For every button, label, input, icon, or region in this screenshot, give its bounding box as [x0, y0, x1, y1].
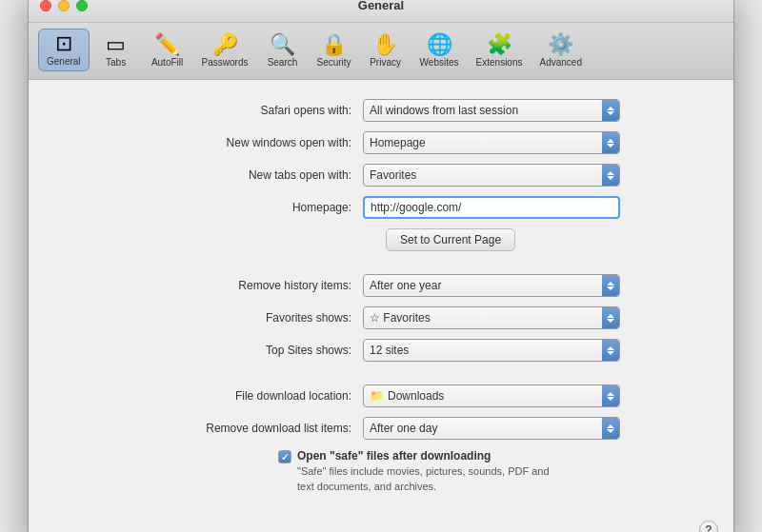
set-to-current-page-button[interactable]: Set to Current Page — [386, 228, 515, 251]
toolbar-item-search[interactable]: 🔍 Search — [257, 30, 307, 71]
advanced-icon: ⚙️ — [548, 34, 573, 55]
set-page-label: Set to Current Page — [400, 233, 501, 246]
toolbar-item-autofill[interactable]: ✏️ AutoFill — [143, 30, 192, 71]
passwords-icon: 🔑 — [212, 34, 238, 55]
safari-opens-row: Safari opens with: All windows from last… — [57, 99, 705, 122]
open-safe-files-title: Open "safe" files after downloading — [297, 449, 564, 463]
maximize-button[interactable] — [76, 0, 88, 11]
titlebar: General — [29, 0, 733, 23]
toolbar-item-websites[interactable]: 🌐 Websites — [412, 30, 467, 71]
file-download-arrow — [602, 385, 619, 406]
toolbar-label-general: General — [47, 56, 81, 67]
autofill-icon: ✏️ — [154, 34, 180, 55]
homepage-label: Homepage: — [142, 201, 351, 214]
top-sites-select[interactable]: 12 sites — [363, 339, 620, 362]
favorites-shows-arrow — [602, 307, 619, 328]
toolbar-label-passwords: Passwords — [202, 57, 249, 68]
remove-history-select[interactable]: After one year — [363, 274, 620, 297]
top-sites-arrow — [602, 340, 619, 361]
toolbar-item-general[interactable]: ⊡ General — [38, 29, 90, 71]
minimize-button[interactable] — [58, 0, 70, 11]
file-download-row: File download location: 📁Downloads — [57, 384, 705, 407]
toolbar-label-extensions: Extensions — [476, 57, 523, 68]
favorites-shows-select[interactable]: ☆ Favorites — [363, 306, 620, 329]
remove-download-value: After one day — [370, 422, 613, 435]
toolbar-item-tabs[interactable]: ▭ Tabs — [91, 30, 141, 71]
remove-download-label: Remove download list items: — [142, 422, 351, 435]
remove-download-arrow — [602, 418, 619, 439]
websites-icon: 🌐 — [427, 34, 452, 55]
main-window: General ⊡ General ▭ Tabs ✏️ AutoFill 🔑 P… — [29, 0, 733, 532]
new-windows-value: Homepage — [370, 136, 613, 149]
safari-opens-arrow — [602, 100, 619, 121]
open-safe-files-wrap: Open "safe" files after downloading "Saf… — [278, 449, 564, 494]
toolbar-item-privacy[interactable]: ✋ Privacy — [361, 30, 411, 71]
new-tabs-select[interactable]: Favorites — [363, 164, 620, 187]
search-icon: 🔍 — [270, 34, 295, 55]
new-tabs-label: New tabs open with: — [142, 168, 351, 182]
favorites-shows-value: ☆ Favorites — [370, 311, 613, 325]
new-tabs-row: New tabs open with: Favorites — [57, 164, 705, 187]
help-icon: ? — [705, 523, 712, 532]
safari-opens-select[interactable]: All windows from last session — [363, 99, 620, 122]
toolbar-label-privacy: Privacy — [370, 57, 401, 68]
toolbar-item-advanced[interactable]: ⚙️ Advanced — [531, 30, 589, 71]
favorites-shows-label: Favorites shows: — [142, 311, 351, 325]
remove-history-value: After one year — [370, 279, 613, 292]
set-page-row: Set to Current Page — [57, 228, 705, 251]
toolbar-label-search: Search — [268, 57, 298, 68]
extensions-icon: 🧩 — [487, 34, 512, 55]
new-windows-row: New windows open with: Homepage — [57, 131, 705, 154]
safari-opens-value: All windows from last session — [370, 104, 613, 117]
open-safe-files-text: Open "safe" files after downloading "Saf… — [297, 449, 564, 494]
security-icon: 🔒 — [321, 34, 347, 55]
top-sites-row: Top Sites shows: 12 sites — [57, 339, 705, 362]
favorites-shows-row: Favorites shows: ☆ Favorites — [57, 306, 705, 329]
help-row: ? — [29, 513, 733, 532]
open-safe-files-row: Open "safe" files after downloading "Saf… — [57, 449, 705, 494]
new-windows-select[interactable]: Homepage — [363, 131, 620, 154]
toolbar-label-tabs: Tabs — [106, 57, 126, 68]
remove-history-label: Remove history items: — [142, 279, 351, 292]
toolbar-item-extensions[interactable]: 🧩 Extensions — [469, 30, 531, 71]
homepage-row: Homepage: — [57, 196, 705, 219]
top-sites-label: Top Sites shows: — [142, 344, 351, 357]
toolbar-item-security[interactable]: 🔒 Security — [309, 30, 358, 71]
toolbar-label-websites: Websites — [420, 57, 459, 68]
file-download-value: 📁Downloads — [370, 389, 613, 403]
new-windows-label: New windows open with: — [142, 136, 351, 149]
new-windows-arrow — [602, 132, 619, 153]
folder-icon: 📁 — [370, 389, 384, 403]
general-icon: ⊡ — [55, 33, 72, 54]
remove-download-select[interactable]: After one day — [363, 417, 620, 440]
file-download-select[interactable]: 📁Downloads — [363, 384, 620, 407]
new-tabs-value: Favorites — [370, 168, 613, 182]
remove-download-row: Remove download list items: After one da… — [57, 417, 705, 440]
file-download-label: File download location: — [142, 389, 351, 403]
top-sites-value: 12 sites — [370, 344, 613, 357]
toolbar-label-security: Security — [316, 57, 351, 68]
open-safe-files-checkbox[interactable] — [278, 450, 291, 463]
close-button[interactable] — [40, 0, 51, 11]
window-title: General — [358, 0, 404, 12]
toolbar-item-passwords[interactable]: 🔑 Passwords — [194, 30, 256, 71]
open-safe-files-desc: "Safe" files include movies, pictures, s… — [297, 464, 564, 494]
content-area: Safari opens with: All windows from last… — [29, 80, 733, 513]
toolbar-label-autofill: AutoFill — [151, 57, 183, 68]
safari-opens-label: Safari opens with: — [142, 104, 351, 117]
privacy-icon: ✋ — [372, 34, 398, 55]
remove-history-row: Remove history items: After one year — [57, 274, 705, 297]
help-button[interactable]: ? — [699, 521, 718, 532]
toolbar: ⊡ General ▭ Tabs ✏️ AutoFill 🔑 Passwords… — [29, 23, 733, 80]
window-controls — [40, 0, 88, 11]
new-tabs-arrow — [602, 165, 619, 186]
homepage-input[interactable] — [363, 196, 620, 219]
tabs-icon: ▭ — [106, 34, 126, 55]
toolbar-label-advanced: Advanced — [539, 57, 581, 68]
remove-history-arrow — [602, 275, 619, 296]
